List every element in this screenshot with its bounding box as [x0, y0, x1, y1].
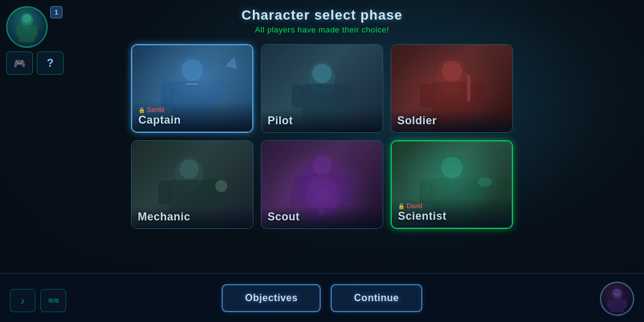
svg-rect-41: [289, 174, 309, 207]
svg-rect-24: [421, 83, 433, 108]
bottom-left-controls: ♪ ≋≋: [10, 289, 66, 312]
svg-rect-56: [607, 299, 612, 308]
svg-point-5: [176, 56, 209, 94]
svg-rect-57: [623, 299, 627, 308]
captain-info: 🔒 Sambi Captain: [132, 102, 252, 132]
svg-point-16: [312, 64, 332, 83]
svg-point-7: [181, 59, 203, 81]
svg-rect-1: [19, 25, 35, 42]
avatar-figure-icon: [12, 10, 42, 44]
music-button[interactable]: ♪: [10, 289, 36, 312]
character-card-soldier[interactable]: Soldier: [391, 44, 513, 133]
svg-point-39: [312, 155, 332, 174]
music-note-icon: ♪: [21, 296, 25, 305]
svg-point-23: [441, 61, 462, 81]
character-card-pilot[interactable]: Pilot: [261, 44, 383, 133]
svg-rect-9: [206, 77, 227, 105]
svg-point-0: [21, 13, 33, 26]
scientist-name: Scientist: [398, 210, 506, 223]
top-left-controls: 1 🎮 ?: [6, 6, 64, 75]
svg-point-31: [179, 159, 199, 179]
svg-rect-4: [32, 26, 37, 37]
svg-point-36: [215, 180, 228, 192]
bottom-right-avatar: [600, 282, 634, 316]
captain-lock-icon: 🔒: [138, 107, 145, 113]
phase-title: Character select phase: [242, 7, 403, 23]
svg-rect-32: [159, 181, 171, 205]
svg-rect-25: [471, 83, 484, 108]
svg-marker-13: [225, 57, 238, 69]
bottom-right-area: [600, 282, 634, 316]
mechanic-name: Mechanic: [138, 211, 247, 223]
continue-button[interactable]: Continue: [331, 284, 422, 312]
character-card-captain[interactable]: 🔒 Sambi Captain: [131, 44, 253, 133]
svg-rect-28: [467, 75, 471, 102]
character-card-scout[interactable]: Scout: [261, 140, 383, 229]
scout-name: Scout: [268, 211, 376, 223]
svg-point-47: [441, 157, 462, 178]
captain-player: 🔒 Sambi: [138, 107, 246, 113]
scientist-info: 🔒 David Scientist: [392, 198, 512, 228]
svg-rect-18: [340, 84, 353, 108]
notification-badge: 1: [50, 6, 62, 18]
help-button[interactable]: ?: [37, 51, 64, 75]
br-avatar-figure-icon: [604, 285, 631, 312]
bottom-bar: Objectives Continue: [0, 273, 644, 322]
captain-name: Captain: [138, 114, 246, 127]
question-icon: ?: [47, 57, 54, 70]
scientist-player: 🔒 David: [398, 203, 506, 209]
mechanic-info: Mechanic: [132, 206, 253, 228]
pilot-info: Pilot: [261, 110, 383, 132]
scout-info: Scout: [261, 206, 383, 228]
character-card-mechanic[interactable]: Mechanic: [131, 140, 253, 229]
svg-point-2: [23, 14, 31, 23]
sound-wave-icon: ≋≋: [48, 296, 59, 305]
character-card-scientist[interactable]: 🔒 David Scientist: [391, 140, 513, 229]
soldier-name: Soldier: [397, 114, 506, 127]
svg-rect-42: [335, 174, 355, 207]
objectives-button[interactable]: Objectives: [222, 284, 321, 312]
svg-rect-54: [610, 299, 624, 312]
scientist-lock-icon: 🔒: [398, 203, 405, 209]
avatar-area: 1: [6, 6, 64, 48]
icon-row: 🎮 ?: [6, 51, 64, 75]
svg-point-21: [436, 58, 467, 94]
character-grid: 🔒 Sambi Captain Pilot: [131, 44, 513, 229]
pilot-name: Pilot: [268, 114, 376, 127]
sound-button[interactable]: ≋≋: [40, 289, 66, 312]
gamepad-icon: 🎮: [13, 58, 26, 69]
gamepad-button[interactable]: 🎮: [6, 51, 33, 75]
player-avatar: [6, 6, 48, 48]
svg-rect-40: [305, 174, 339, 210]
phase-subtitle: All players have made their choice!: [242, 25, 403, 34]
svg-rect-3: [17, 26, 21, 37]
header: Character select phase All players have …: [242, 7, 403, 34]
soldier-info: Soldier: [391, 110, 512, 132]
svg-point-58: [613, 289, 621, 294]
svg-point-45: [436, 154, 468, 190]
svg-rect-17: [292, 84, 304, 108]
svg-point-52: [477, 177, 492, 187]
